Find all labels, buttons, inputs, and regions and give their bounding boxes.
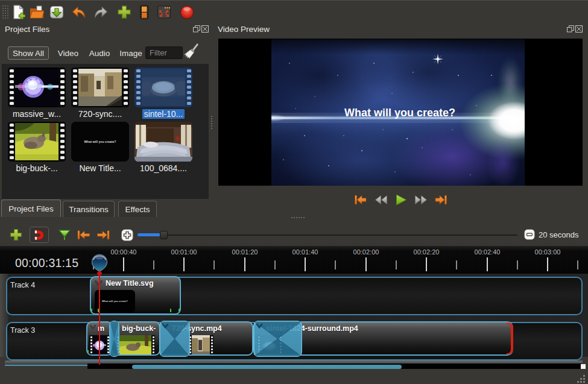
filter-tab-label: Image	[119, 49, 142, 58]
tab-project-files[interactable]: Project Files	[1, 200, 61, 217]
timeline-splitter-handle[interactable]	[291, 216, 306, 219]
clip-new-title[interactable]: New Title.svg What will you create?	[90, 276, 181, 315]
clip-label: New Title.svg	[106, 279, 178, 288]
snapping-toggle-button[interactable]	[30, 227, 49, 243]
close-preview-icon[interactable]	[575, 25, 583, 33]
file-thumbnail-new-title[interactable]: What will you create?	[71, 122, 129, 162]
film-strip	[8, 122, 15, 162]
close-panel-icon[interactable]	[201, 25, 209, 33]
save-project-button[interactable]	[48, 4, 65, 20]
rewind-icon	[373, 192, 390, 208]
video-frame: What will you create?	[271, 39, 525, 186]
scrollbar-corner	[581, 364, 586, 369]
track-3-label: Track 3	[10, 326, 35, 335]
panel-splitter-handle[interactable]	[210, 115, 213, 131]
jump-to-end-icon	[432, 192, 449, 208]
zoom-slider-handle[interactable]	[160, 231, 168, 239]
preview-overlay-text: What will you create?	[344, 107, 455, 119]
timeline-scrollbar-thumb[interactable]	[132, 365, 402, 369]
float-panel-icon[interactable]	[193, 25, 200, 33]
add-marker-icon	[58, 229, 71, 241]
filter-input[interactable]: Filter	[145, 46, 183, 59]
undo-button[interactable]	[71, 4, 87, 20]
selection-overlay	[134, 68, 192, 107]
jump-to-start-icon	[352, 192, 369, 208]
file-label-720-sync[interactable]: 720-sync....	[69, 108, 131, 120]
clip-right-trim-highlight	[507, 321, 513, 356]
ruler-mark: 00:00:40	[106, 248, 142, 256]
file-label-massive[interactable]: massive_w...	[5, 108, 68, 120]
file-label-big-buck[interactable]: big-buck-...	[5, 162, 68, 174]
ruler-mark: 00:03:00	[530, 248, 566, 256]
file-thumbnail-100-0684[interactable]	[134, 122, 192, 162]
clip-label: big-buck-	[122, 324, 159, 333]
jump-to-end-button[interactable]	[432, 192, 449, 208]
100-0684-thumb-image	[134, 122, 192, 162]
transition-small[interactable]	[109, 321, 119, 357]
filter-tab-image[interactable]: Image	[118, 46, 144, 60]
massive-thumb-image	[15, 69, 58, 106]
film-strip	[210, 335, 213, 356]
zoom-slider-track[interactable]	[138, 234, 517, 236]
add-track-button[interactable]	[9, 228, 23, 242]
jump-to-start-button[interactable]	[352, 192, 369, 208]
ruler-mark: 00:02:40	[469, 248, 505, 256]
clip-menu-chevron-icon[interactable]	[89, 324, 98, 332]
clip-menu-chevron-icon[interactable]	[256, 323, 264, 330]
file-thumbnail-sintel[interactable]	[134, 68, 192, 107]
playhead-marker[interactable]	[90, 254, 109, 278]
fast-forward-button[interactable]	[413, 192, 429, 208]
filter-tab-label: Audio	[89, 49, 110, 58]
playhead-line[interactable]	[99, 271, 100, 365]
import-files-icon	[116, 4, 133, 20]
zoom-scale-label: 20 seconds	[539, 230, 579, 239]
fullscreen-button[interactable]	[156, 4, 172, 20]
play-icon	[392, 192, 409, 208]
film-strip	[8, 68, 15, 107]
filter-tab-video[interactable]: Video	[55, 46, 81, 60]
choose-profile-button[interactable]	[136, 4, 153, 20]
filter-tab-audio[interactable]: Audio	[86, 46, 113, 60]
choose-profile-icon	[136, 4, 153, 20]
clip-menu-chevron-icon[interactable]	[94, 280, 103, 287]
add-marker-button[interactable]	[58, 229, 71, 241]
tab-effects[interactable]: Effects	[118, 201, 157, 217]
new-project-button[interactable]	[10, 4, 27, 20]
filter-tab-label: Video	[58, 49, 78, 58]
toolbar-drag-handle[interactable]	[2, 5, 9, 20]
tab-label: Effects	[125, 205, 150, 214]
ruler-mark: 00:02:20	[408, 248, 444, 256]
svg-text:What will you create?: What will you create?	[102, 300, 128, 303]
play-button[interactable]	[392, 192, 409, 208]
file-label-100-0684[interactable]: 100_0684....	[132, 162, 195, 174]
file-label-sintel[interactable]: sintel-10...	[132, 108, 195, 120]
ruler-mark: 00:01:40	[287, 248, 323, 256]
file-thumbnail-massive[interactable]	[8, 68, 66, 107]
file-thumbnail-big-buck[interactable]	[8, 122, 66, 162]
next-marker-button[interactable]	[95, 228, 112, 242]
float-preview-icon[interactable]	[567, 25, 574, 33]
zoom-slider-fill	[138, 233, 162, 236]
tab-transitions[interactable]: Transitions	[63, 201, 115, 217]
filter-tab-show-all[interactable]: Show All	[8, 46, 49, 60]
timeline-ruler[interactable]: 00:00:31:15 00:00:40 00:01:00 00:01:20 0…	[0, 246, 588, 274]
clear-filter-broom-icon[interactable]	[183, 43, 200, 61]
rewind-button[interactable]	[373, 192, 390, 208]
center-playhead-button[interactable]	[121, 229, 133, 241]
tab-label: Project Files	[8, 204, 53, 213]
zoom-out-button[interactable]	[524, 229, 535, 240]
new-title-thumb-text: What will you create?	[71, 122, 129, 162]
file-thumbnail-720-sync[interactable]	[71, 68, 129, 107]
export-video-button[interactable]	[179, 4, 195, 20]
fast-forward-icon	[413, 192, 429, 208]
import-files-button[interactable]	[116, 4, 133, 20]
export-video-icon	[179, 4, 195, 20]
project-files-panel-title: Project Files	[5, 25, 49, 34]
clip-menu-chevron-icon[interactable]	[162, 323, 169, 330]
720-sync-thumb-image	[78, 69, 122, 106]
film-strip	[58, 122, 66, 162]
open-project-button[interactable]	[28, 4, 45, 20]
redo-button[interactable]	[92, 4, 109, 20]
previous-marker-button[interactable]	[75, 228, 92, 242]
file-label-new-title[interactable]: New Title...	[69, 162, 131, 174]
